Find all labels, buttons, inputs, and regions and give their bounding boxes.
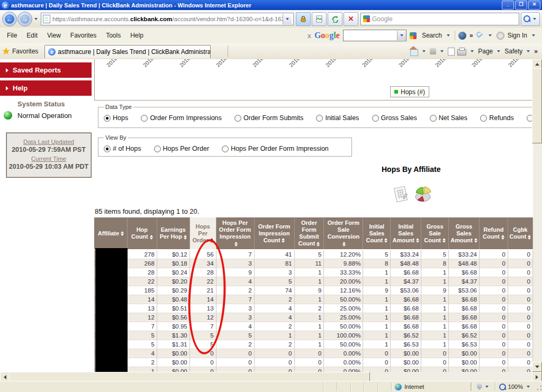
minimize-button[interactable]: _ bbox=[502, 1, 514, 10]
favbar-overflow-chevron[interactable]: » bbox=[534, 48, 538, 55]
menu-file[interactable]: File bbox=[2, 31, 22, 40]
radio-button[interactable] bbox=[372, 115, 379, 122]
recent-pages-chevron[interactable] bbox=[34, 18, 38, 20]
settings-chevron[interactable] bbox=[489, 34, 492, 37]
radio-button[interactable] bbox=[141, 115, 148, 122]
home-chevron[interactable] bbox=[422, 50, 426, 52]
column-header-hops-per-order-form-impression[interactable]: Hops Per Order Form Impression bbox=[216, 217, 254, 250]
view-by--of-hops[interactable]: # of Hops bbox=[104, 145, 141, 152]
pie-chart-icon[interactable] bbox=[413, 185, 432, 203]
table-row: 5$1.31522150.00%1$6.531$6.5300 bbox=[95, 340, 533, 349]
column-header-hop-count[interactable]: Hop Count bbox=[127, 217, 157, 250]
url-dropdown-button[interactable] bbox=[283, 14, 292, 24]
print-icon[interactable] bbox=[457, 49, 466, 56]
table-cell: $0.29 bbox=[157, 286, 189, 295]
chevron-right-icon bbox=[6, 68, 8, 72]
toolbar-overflow-chevron[interactable]: » bbox=[469, 32, 473, 39]
search-go-button[interactable] bbox=[521, 12, 540, 26]
sidebar-item-saved-reports[interactable]: Saved Reports bbox=[0, 62, 92, 78]
menu-favorites[interactable]: Favorites bbox=[66, 31, 101, 40]
table-cell: 2 bbox=[294, 304, 324, 313]
column-header-order-form-impression-count[interactable]: Order Form Impression Count bbox=[254, 217, 294, 250]
security-lock-button[interactable] bbox=[296, 12, 311, 26]
data-type-order-form-impressions[interactable]: Order Form Impressions bbox=[141, 114, 221, 122]
column-header-initial-sales-amount[interactable]: Initial Sales Amount bbox=[391, 217, 421, 250]
column-header-order-form-sale-conversion[interactable]: Order Form Sale Conversion bbox=[324, 217, 363, 250]
google-toolbar-searchbox[interactable] bbox=[343, 30, 406, 41]
toolbar-close-icon[interactable]: x bbox=[308, 32, 311, 40]
home-icon[interactable] bbox=[410, 49, 418, 56]
data-type-initial-sales[interactable]: Initial Sales bbox=[316, 114, 359, 122]
feeds-chevron[interactable] bbox=[440, 50, 444, 52]
horizontal-scrollbar[interactable] bbox=[0, 372, 542, 381]
resize-grip[interactable] bbox=[535, 382, 542, 391]
protected-mode-pane[interactable] bbox=[471, 382, 495, 391]
column-header-initial-sales-count[interactable]: Initial Sales Count bbox=[363, 217, 391, 250]
radio-button[interactable] bbox=[316, 115, 323, 122]
read-mail-icon[interactable] bbox=[448, 48, 455, 56]
data-type-hops[interactable]: Hops bbox=[104, 114, 128, 122]
column-header-order-form-submit-count[interactable]: Order Form Submit Count bbox=[294, 217, 324, 250]
column-header-gross-sale-count[interactable]: Gross Sale Count bbox=[421, 217, 449, 250]
data-type-gross-sales[interactable]: Gross Sales bbox=[372, 114, 417, 122]
spreadsheet-export-icon[interactable] bbox=[392, 185, 409, 203]
sidebar-item-help[interactable]: Help bbox=[0, 80, 92, 96]
view-by-hops-per-order-form-impression[interactable]: Hops Per Order Form Impression bbox=[222, 145, 329, 152]
page-menu-button[interactable]: Page bbox=[478, 48, 493, 55]
url-field[interactable]: https://asthmacure.accounts.clickbank.co… bbox=[41, 13, 294, 25]
zoom-control[interactable]: 100% bbox=[495, 382, 535, 391]
vertical-scrollbar[interactable] bbox=[533, 59, 542, 372]
compatibility-view-button[interactable] bbox=[312, 12, 327, 26]
data-type-refunds[interactable]: Refunds bbox=[480, 114, 514, 122]
radio-label: Order Form Impressions bbox=[150, 114, 221, 122]
radio-button[interactable] bbox=[104, 115, 111, 122]
menu-edit[interactable]: Edit bbox=[22, 31, 42, 40]
feeds-icon[interactable] bbox=[430, 48, 436, 54]
column-header-affiliate[interactable]: Affiliate bbox=[95, 217, 128, 250]
back-button[interactable]: ← bbox=[2, 12, 17, 26]
radio-button[interactable] bbox=[480, 115, 487, 122]
sign-in-chevron[interactable] bbox=[532, 34, 535, 37]
url-text[interactable]: https://asthmacure.accounts.clickbank.co… bbox=[52, 16, 283, 22]
refresh-button[interactable] bbox=[328, 12, 342, 26]
menu-help[interactable]: Help bbox=[125, 31, 148, 40]
data-type-net-sales[interactable]: Net Sales bbox=[430, 114, 467, 122]
search-options-chevron[interactable] bbox=[447, 34, 450, 37]
print-chevron[interactable] bbox=[471, 50, 474, 52]
radio-button[interactable] bbox=[222, 145, 229, 152]
vertical-scroll-thumb[interactable] bbox=[532, 68, 542, 143]
column-header-cgbk-count[interactable]: Cgbk Count bbox=[508, 217, 532, 250]
radio-button[interactable] bbox=[104, 145, 111, 152]
radio-button[interactable] bbox=[430, 115, 437, 122]
data-last-updated-link[interactable]: Data Last Updated bbox=[8, 139, 89, 145]
safety-menu-button[interactable]: Safety bbox=[504, 48, 522, 55]
column-header-hops-per-order[interactable]: Hops Per Order bbox=[189, 217, 216, 250]
menu-view[interactable]: View bbox=[42, 31, 66, 40]
search-box[interactable]: Google bbox=[360, 13, 519, 25]
column-header-earnings-per-hop[interactable]: Earnings Per Hop bbox=[157, 217, 189, 250]
column-header-refund-count[interactable]: Refund Count bbox=[480, 217, 508, 250]
sign-in-button[interactable]: Sign In bbox=[508, 32, 527, 39]
table-cell: 0 bbox=[254, 367, 294, 372]
favorites-button[interactable]: Favorites bbox=[12, 48, 38, 55]
view-by-hops-per-order[interactable]: Hops Per Order bbox=[154, 145, 210, 152]
data-type-fieldset: Data Type HopsOrder Form ImpressionsOrde… bbox=[98, 104, 533, 128]
data-type-order-form-submits[interactable]: Order Form Submits bbox=[234, 114, 303, 122]
stop-button[interactable]: ✕ bbox=[344, 12, 358, 26]
page-tab[interactable]: e asthmacure | Daily Sales Trend | Click… bbox=[44, 45, 211, 58]
new-tab-stub[interactable] bbox=[214, 45, 228, 57]
current-time-link[interactable]: Current Time bbox=[8, 156, 89, 162]
wrench-icon[interactable] bbox=[476, 32, 484, 39]
menu-bar: FileEditViewFavoritesToolsHelp x Google … bbox=[0, 28, 542, 44]
radio-button[interactable] bbox=[234, 115, 241, 122]
menu-tools[interactable]: Tools bbox=[101, 31, 125, 40]
radio-button[interactable] bbox=[154, 145, 161, 152]
column-header-gross-sales-amount[interactable]: Gross Sales Amount bbox=[449, 217, 480, 250]
close-button[interactable]: ✕ bbox=[528, 1, 540, 10]
scroll-down-button[interactable] bbox=[532, 362, 542, 372]
google-earth-icon[interactable] bbox=[458, 32, 466, 40]
google-search-button[interactable]: Search bbox=[422, 32, 442, 39]
forward-button[interactable]: → bbox=[17, 12, 32, 26]
combo-dropdown-button[interactable] bbox=[397, 31, 406, 40]
restore-button[interactable]: ❐ bbox=[515, 1, 527, 10]
